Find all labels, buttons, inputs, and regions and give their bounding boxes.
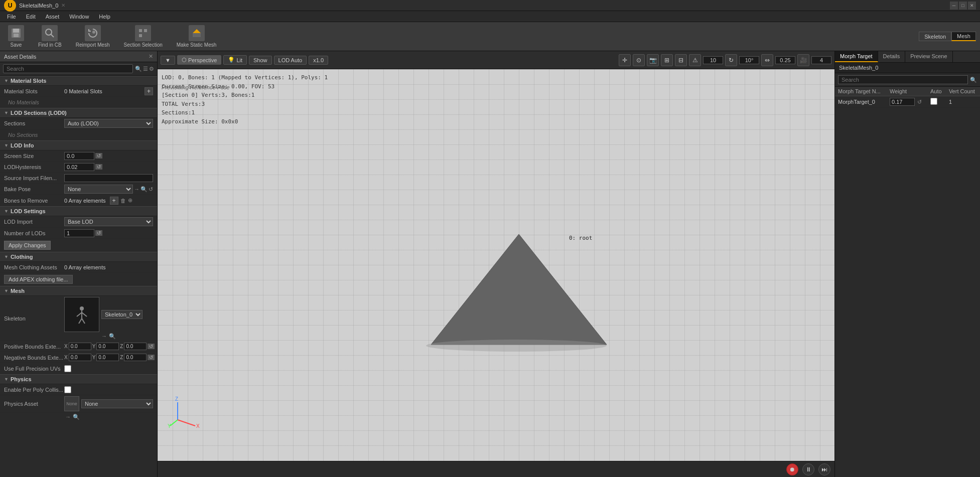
- mesh-tab[interactable]: Mesh: [951, 32, 976, 41]
- bake-pose-search-icon[interactable]: 🔍: [141, 186, 148, 193]
- lod-info-header[interactable]: ▼ LOD Info: [0, 140, 157, 150]
- skeleton-search-icon[interactable]: 🔍: [109, 333, 116, 340]
- add-material-btn[interactable]: +: [145, 87, 153, 95]
- screen-size-input[interactable]: [64, 152, 94, 160]
- menu-asset[interactable]: Asset: [41, 14, 65, 20]
- neg-bounds-z[interactable]: [124, 354, 147, 361]
- lod-sections-header[interactable]: ▼ LOD Sections (LOD0): [0, 108, 157, 118]
- neg-bounds-x[interactable]: [69, 354, 91, 361]
- num-lods-input[interactable]: [64, 229, 94, 237]
- viewport[interactable]: LOD: 0, Bones: 1 (Mapped to Vertices: 1)…: [158, 69, 834, 461]
- morph-auto-checkbox[interactable]: [930, 98, 937, 105]
- bake-pose-select[interactable]: None: [64, 185, 133, 194]
- make-static-mesh-button[interactable]: Make Static Mesh: [173, 23, 220, 50]
- maximize-btn[interactable]: □: [959, 2, 967, 10]
- snap-translate-input[interactable]: [703, 56, 723, 64]
- physics-arrow-icon[interactable]: →: [65, 414, 71, 420]
- source-import-input[interactable]: [64, 174, 153, 182]
- camera-icon-btn[interactable]: 📷: [647, 54, 659, 66]
- camera-speed-input[interactable]: [811, 56, 831, 64]
- lod-auto-btn[interactable]: LOD Auto: [274, 56, 307, 65]
- svg-marker-18: [431, 234, 607, 345]
- snap-scale-input[interactable]: [775, 56, 795, 64]
- record-btn[interactable]: ⏺: [786, 463, 798, 475]
- skeleton-select[interactable]: Skeleton_0: [101, 310, 143, 319]
- physics-asset-select[interactable]: None: [81, 399, 153, 408]
- lod-hysteresis-input[interactable]: [64, 163, 94, 171]
- morph-weight-reset[interactable]: ↺: [917, 99, 922, 105]
- lit-btn[interactable]: 💡 Lit: [223, 55, 247, 65]
- tab-preview-scene[interactable]: Preview Scene: [905, 51, 952, 62]
- camera-speed-icon[interactable]: 🎥: [797, 54, 809, 66]
- search-input[interactable]: [3, 64, 133, 73]
- bake-pose-arrow-icon[interactable]: →: [134, 186, 139, 192]
- list-view-icon[interactable]: ☰: [143, 66, 148, 72]
- asset-details-close[interactable]: ✕: [149, 53, 153, 60]
- sphere-icon-btn[interactable]: ⊙: [633, 54, 645, 66]
- scale-btn[interactable]: x1.0: [309, 56, 328, 65]
- skeleton-tab[interactable]: Skeleton: [919, 32, 951, 41]
- bake-pose-reset-icon[interactable]: ↺: [149, 186, 153, 193]
- tab-details[interactable]: Details: [878, 51, 906, 62]
- sections-select[interactable]: Auto (LOD0): [64, 119, 153, 128]
- apply-changes-button[interactable]: Apply Changes: [4, 241, 51, 250]
- warn-icon-btn[interactable]: ⚠: [689, 54, 701, 66]
- right-search-icon[interactable]: 🔍: [970, 77, 977, 83]
- skeleton-preview-row: Skeleton_0: [64, 297, 143, 332]
- pos-bounds-reset[interactable]: ↺: [148, 344, 155, 349]
- section-selection-button[interactable]: Section Selection: [120, 23, 167, 50]
- tab-morph-target[interactable]: Morph Target: [835, 51, 878, 62]
- lod-import-select[interactable]: Base LOD: [64, 217, 153, 226]
- skeleton-arrow-icon[interactable]: →: [101, 333, 107, 340]
- neg-bounds-reset[interactable]: ↺: [148, 355, 155, 360]
- tab-close-icon[interactable]: ✕: [61, 3, 65, 8]
- show-btn[interactable]: Show: [249, 56, 272, 65]
- pause-btn[interactable]: ⏸: [802, 463, 814, 475]
- scale-snap-icon[interactable]: ⇔: [761, 54, 773, 66]
- physics-header[interactable]: ▼ Physics: [0, 374, 157, 384]
- find-in-cb-button[interactable]: Find in CB: [34, 23, 66, 50]
- screen-size-reset[interactable]: ↺: [95, 153, 102, 158]
- titlebar-left: U SkeletalMesh_0 ✕: [4, 0, 65, 12]
- physics-search-icon[interactable]: 🔍: [73, 414, 80, 420]
- full-precision-checkbox[interactable]: [64, 365, 71, 372]
- grid-icon-btn[interactable]: ⊞: [661, 54, 673, 66]
- close-btn[interactable]: ✕: [968, 2, 976, 10]
- bones-delete-icon[interactable]: 🗑: [120, 198, 126, 204]
- clothing-header[interactable]: ▼ Clothing: [0, 252, 157, 262]
- per-poly-checkbox[interactable]: [64, 386, 71, 393]
- bones-add-btn[interactable]: +: [110, 197, 118, 205]
- pos-bounds-y[interactable]: [96, 343, 119, 350]
- lod-settings-header[interactable]: ▼ LOD Settings: [0, 206, 157, 216]
- menu-window[interactable]: Window: [64, 14, 94, 20]
- morph-weight-input[interactable]: [890, 98, 915, 106]
- minimize-btn[interactable]: ─: [950, 2, 958, 10]
- save-button[interactable]: Save: [4, 23, 28, 50]
- right-search-input[interactable]: [838, 75, 968, 84]
- perspective-btn[interactable]: ⬡ Perspective: [177, 55, 221, 65]
- mesh-header[interactable]: ▼ Mesh: [0, 286, 157, 296]
- neg-bounds-y[interactable]: [96, 354, 119, 361]
- viewport-dropdown-btn[interactable]: ▼: [161, 56, 175, 65]
- add-apex-clothing-button[interactable]: Add APEX clothing file...: [4, 275, 73, 284]
- settings-icon[interactable]: ⚙: [149, 66, 154, 72]
- search-icon[interactable]: 🔍: [135, 66, 142, 72]
- snap-icon-btn[interactable]: ⊟: [675, 54, 687, 66]
- pos-bounds-z[interactable]: [124, 343, 147, 350]
- mesh-object: [406, 219, 632, 361]
- right-search: 🔍: [835, 73, 980, 87]
- snap-rotate-input[interactable]: [739, 56, 759, 64]
- menu-help[interactable]: Help: [94, 14, 115, 20]
- lod-hysteresis-reset[interactable]: ↺: [95, 164, 102, 170]
- svg-marker-11: [193, 29, 201, 33]
- menu-file[interactable]: File: [2, 14, 21, 20]
- rotate-snap-icon[interactable]: ↻: [725, 54, 737, 66]
- next-frame-btn[interactable]: ⏭: [818, 463, 830, 475]
- pos-bounds-x[interactable]: [69, 343, 91, 350]
- translate-icon-btn[interactable]: ✛: [619, 54, 631, 66]
- material-slots-header[interactable]: ▼ Material Slots: [0, 76, 157, 86]
- num-lods-reset[interactable]: ↺: [95, 230, 102, 236]
- bones-copy-icon[interactable]: ⊕: [128, 197, 132, 204]
- menu-edit[interactable]: Edit: [21, 14, 41, 20]
- reimport-mesh-button[interactable]: Reimport Mesh: [72, 23, 114, 50]
